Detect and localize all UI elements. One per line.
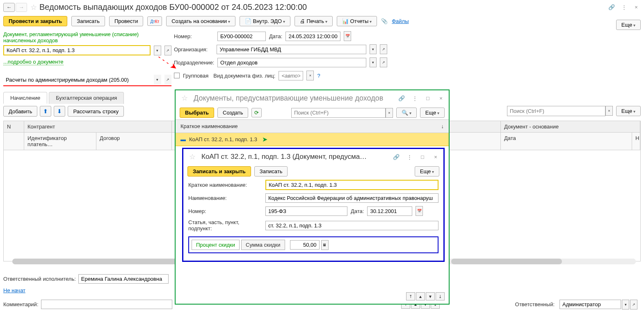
calc-button[interactable]: Рассчитать строку [68, 106, 124, 117]
comment-input[interactable] [41, 300, 172, 309]
th-payer-id[interactable]: Идентификатор платель… [24, 133, 96, 150]
th-date[interactable]: Дата [501, 133, 632, 150]
modal1-col-header[interactable]: Краткое наименование [180, 123, 238, 129]
reports-label: Отчеты [350, 18, 368, 24]
modal1-link-icon[interactable]: 🔗 [397, 94, 406, 103]
modal1-search-button[interactable]: 🔍 [396, 108, 417, 118]
modal1-create-button[interactable]: Создать [217, 108, 248, 118]
clip-icon[interactable]: 📎 [381, 18, 388, 24]
short-name-input[interactable] [265, 180, 438, 190]
dtkt-button[interactable]: ДтКт [147, 16, 162, 26]
dept-open-button[interactable]: ↗ [380, 57, 387, 67]
more-table-button[interactable]: Еще [616, 106, 641, 116]
modal2-save-close-button[interactable]: Записать и закрыть [187, 166, 251, 176]
modal2-close-icon[interactable]: × [431, 152, 440, 161]
search-clear-button[interactable]: × [605, 106, 613, 116]
kind-input[interactable] [279, 71, 303, 80]
post-close-button[interactable]: Провести и закрыть [3, 16, 67, 26]
discount-input[interactable] [290, 240, 320, 250]
full-name-input[interactable] [265, 193, 438, 203]
move-up-button[interactable]: ⬆ [40, 106, 51, 117]
group-checkbox[interactable] [174, 73, 180, 78]
resp2-open-button[interactable]: ↗ [630, 300, 637, 309]
modal1-more-button[interactable]: Еще [420, 108, 445, 118]
search-input[interactable] [507, 106, 605, 116]
add-button[interactable]: Добавить [3, 106, 37, 117]
modal1-select-button[interactable]: Выбрать [180, 108, 214, 118]
dept-input[interactable] [217, 58, 366, 67]
article-input[interactable] [265, 221, 438, 230]
kebab-icon[interactable]: ⋮ [619, 3, 628, 12]
modal1-close-icon[interactable]: × [436, 94, 445, 103]
files-link[interactable]: Файлы [392, 18, 409, 24]
kind-label: Вид документа физ. лиц: [213, 73, 275, 79]
modal2-kebab-icon[interactable]: ⋮ [405, 152, 414, 161]
calendar-icon[interactable]: 📅 [344, 31, 351, 41]
number-input[interactable] [217, 32, 266, 41]
print-button[interactable]: 🖨 Печать [295, 16, 333, 26]
org-input[interactable] [217, 45, 366, 54]
create-based-button[interactable]: Создать на основании [166, 16, 235, 26]
modal1-kebab-icon[interactable]: ⋮ [410, 94, 419, 103]
resp2-input[interactable] [560, 300, 621, 309]
scrollbar-right[interactable] [451, 259, 636, 264]
modal1-row[interactable]: ▬ КоАП ст. 32.2, п.1, подп. 1.3 ➤ [176, 133, 449, 146]
modal1-nav-down[interactable]: ▼ [426, 292, 435, 300]
doc-date-calendar-icon[interactable]: 📅 [416, 206, 423, 216]
dept-dropdown-button[interactable]: ▾ [370, 57, 377, 67]
modal2-link-icon[interactable]: 🔗 [392, 152, 401, 161]
account-open-button[interactable]: ↗ [164, 75, 171, 85]
org-dropdown-button[interactable]: ▾ [370, 44, 377, 54]
th-n[interactable]: N [4, 121, 24, 132]
resp-input[interactable] [78, 274, 169, 284]
sort-icon[interactable]: ↓ [441, 123, 444, 129]
th-counterparty[interactable]: Контрагент [24, 121, 172, 132]
org-open-button[interactable]: ↗ [380, 44, 387, 54]
help-icon[interactable]: ? [317, 73, 320, 79]
group-label: Групповая [183, 73, 208, 79]
edo-button[interactable]: 📄 Внутр. ЭДО [240, 16, 290, 26]
th-n2[interactable]: Н [632, 133, 640, 150]
modal1-maximize-icon[interactable]: □ [423, 94, 432, 103]
discount-percent-toggle[interactable]: Процент скидки [192, 240, 240, 250]
modal1-row-text: КоАП ст. 32.2, п.1, подп. 1.3 [189, 136, 257, 142]
tab-accounting[interactable]: Бухгалтерская операция [49, 92, 124, 104]
modal2-maximize-icon[interactable]: □ [418, 152, 427, 161]
modal2-save-button[interactable]: Записать [254, 166, 288, 176]
modal2-star-icon[interactable]: ☆ [189, 152, 196, 161]
modal1-nav-bottom[interactable]: ⤓ [436, 292, 445, 300]
modal1-refresh-button[interactable]: ⟳ [251, 108, 262, 117]
not-started-link[interactable]: Не начат [3, 287, 25, 293]
doc-detail-link[interactable]: ...подробно о документе [3, 59, 64, 65]
account-dropdown-button[interactable]: ▾ [154, 75, 161, 85]
resp2-dropdown-button[interactable]: ▾ [622, 300, 629, 309]
reports-button[interactable]: 📊 Отчеты [337, 16, 377, 26]
modal2-more-button[interactable]: Еще [415, 166, 439, 176]
modal1-nav-up[interactable]: ▲ [416, 292, 425, 300]
link-icon[interactable]: 🔗 [607, 3, 616, 12]
discount-sum-toggle[interactable]: Сумма скидки [241, 240, 285, 250]
account-input[interactable] [3, 76, 151, 84]
move-down-button[interactable]: ⬇ [54, 106, 65, 117]
modal1-star-icon[interactable]: ☆ [181, 94, 188, 103]
th-contract[interactable]: Договор [96, 133, 172, 150]
close-icon[interactable]: × [632, 3, 641, 12]
nav-back-button[interactable]: ← [3, 3, 15, 12]
tab-accrual[interactable]: Начисление [3, 92, 47, 104]
doc-number-input[interactable] [265, 206, 347, 216]
document-input[interactable] [3, 45, 151, 55]
th-doc-base[interactable]: Документ - основание [501, 121, 640, 132]
more-button[interactable]: Еще [616, 20, 641, 30]
star-icon[interactable]: ☆ [30, 3, 37, 12]
discount-calc-icon[interactable]: 🖩 [321, 240, 329, 250]
modal1-search-clear[interactable]: × [386, 108, 393, 118]
kind-clear-button[interactable]: × [306, 71, 314, 80]
modal1-search-input[interactable] [291, 108, 386, 118]
doc-date-input[interactable] [367, 206, 412, 216]
doc-open-button[interactable]: ↗ [164, 46, 172, 55]
date-input[interactable] [285, 32, 340, 41]
nav-forward-button[interactable]: → [16, 3, 27, 12]
modal1-nav-top[interactable]: ⤒ [406, 292, 415, 300]
save-button[interactable]: Записать [71, 16, 105, 26]
post-button[interactable]: Провести [109, 16, 144, 26]
